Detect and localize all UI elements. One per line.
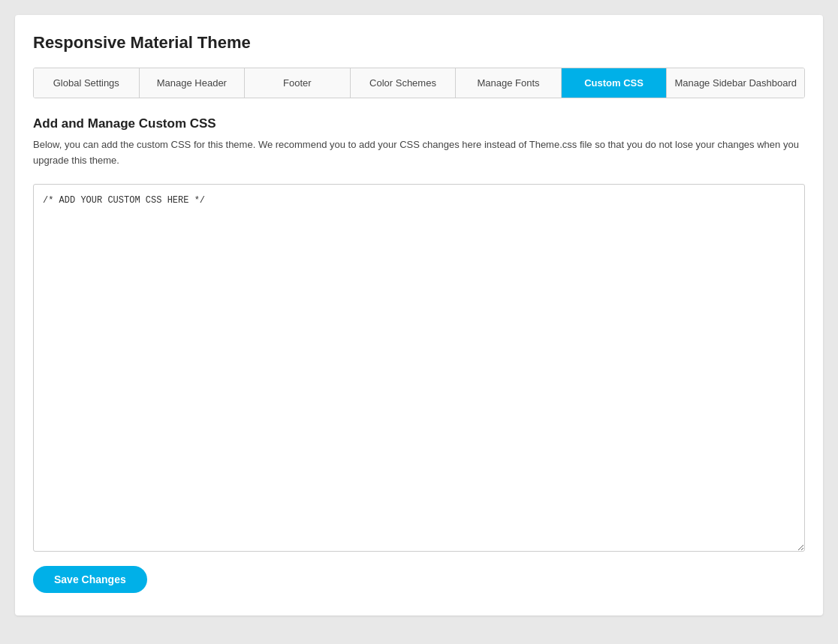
- tab-color-schemes[interactable]: Color Schemes: [351, 68, 457, 98]
- page-title: Responsive Material Theme: [33, 33, 805, 53]
- tab-footer[interactable]: Footer: [245, 68, 351, 98]
- custom-css-textarea[interactable]: [33, 184, 805, 552]
- content-area: Add and Manage Custom CSS Below, you can…: [33, 116, 805, 593]
- tab-manage-sidebar-dashboard[interactable]: Manage Sidebar Dashboard: [667, 68, 804, 98]
- tab-custom-css[interactable]: Custom CSS: [562, 68, 668, 98]
- save-changes-button[interactable]: Save Changes: [33, 566, 147, 593]
- section-description: Below, you can add the custom CSS for th…: [33, 137, 805, 169]
- page-container: Responsive Material Theme Global Setting…: [15, 15, 823, 615]
- tab-manage-header[interactable]: Manage Header: [140, 68, 246, 98]
- tabs-container: Global Settings Manage Header Footer Col…: [33, 68, 805, 98]
- tab-manage-fonts[interactable]: Manage Fonts: [456, 68, 562, 98]
- section-title: Add and Manage Custom CSS: [33, 116, 805, 131]
- tab-global-settings[interactable]: Global Settings: [34, 68, 140, 98]
